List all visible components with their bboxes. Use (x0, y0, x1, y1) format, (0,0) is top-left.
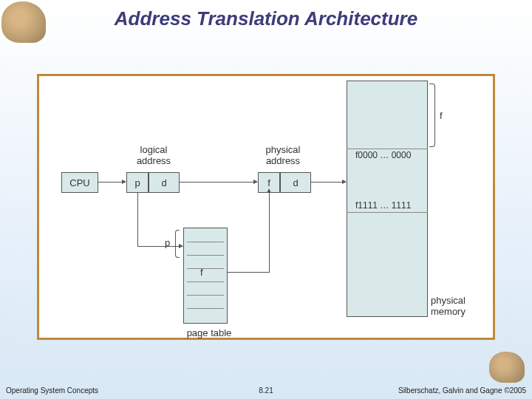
cpu-box: CPU (61, 172, 98, 193)
line-physical-to-memory (311, 182, 342, 183)
line-p-down (137, 193, 138, 246)
frame-bottom-label: f1111 … 1111 (355, 200, 411, 211)
slide-footer: Operating System Concepts 8.21 Silbersch… (0, 383, 532, 395)
mem-div-top (347, 149, 428, 149)
slide-title: Address Translation Architecture (0, 7, 532, 30)
page-table-label: page table (183, 327, 235, 338)
logical-p-box: p (126, 172, 149, 193)
line-logical-to-physical (180, 182, 253, 183)
address-translation-diagram: CPU p d logical address f d physical add… (39, 76, 493, 338)
logical-d-box: d (149, 172, 180, 193)
brace-f-label: f (440, 110, 443, 121)
mem-div-bottom (347, 212, 428, 213)
figure-frame: CPU p d logical address f d physical add… (37, 74, 495, 340)
line-f-up (269, 193, 270, 273)
line-f-right (228, 272, 269, 273)
dinosaur-logo-bottom (489, 352, 525, 383)
physical-d-box: d (280, 172, 311, 193)
frame-top-label: f0000 … 0000 (355, 150, 411, 160)
brace-p (175, 230, 180, 258)
line-cpu-to-logical (98, 182, 122, 183)
brace-f (429, 83, 435, 147)
logical-address-label: logical address (124, 144, 183, 166)
physical-memory-label: physical memory (431, 295, 482, 317)
physical-address-label: physical address (253, 144, 313, 166)
physical-memory-box (347, 81, 428, 317)
brace-p-label: p (165, 237, 170, 248)
page-table-f-entry: f (200, 267, 203, 278)
footer-copyright: Silberschatz, Galvin and Gagne ©2005 (398, 386, 526, 395)
page-table-box (183, 228, 228, 324)
line-p-to-table (137, 246, 179, 247)
